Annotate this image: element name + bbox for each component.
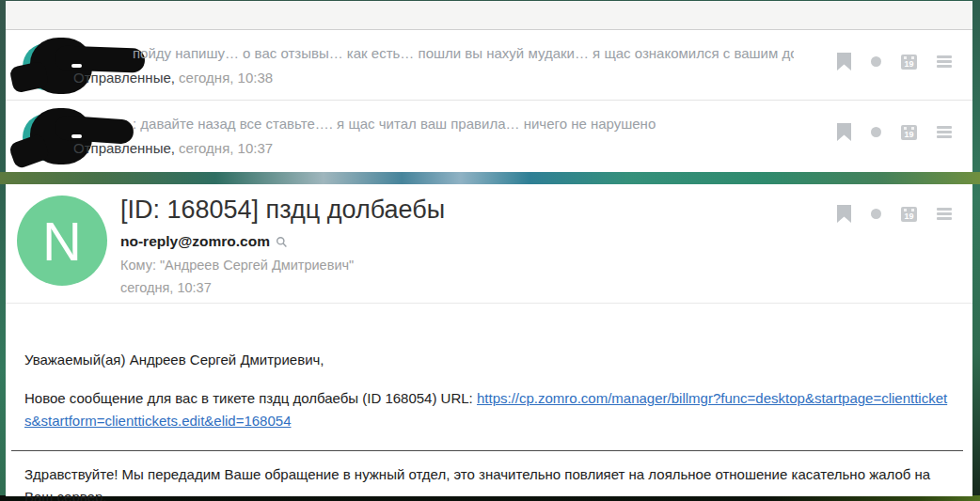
row-action-icons: 19 <box>837 53 952 70</box>
bookmark-icon[interactable] <box>837 205 851 223</box>
sender-email[interactable]: no-reply@zomro.com <box>120 233 270 250</box>
calendar-icon[interactable]: 19 <box>901 55 917 70</box>
read-status-icon[interactable] <box>871 209 881 219</box>
email-list-item[interactable]: : давайте назад все ставьте…. я щас чита… <box>6 101 972 172</box>
sender-row: no-reply@zomro.com <box>120 233 288 250</box>
search-icon[interactable] <box>276 236 288 248</box>
email-meta: Отправленные, сегодня, 10:37 <box>73 140 273 156</box>
menu-icon[interactable] <box>937 126 952 138</box>
email-meta: Отправленные, сегодня, 10:38 <box>73 70 273 86</box>
menu-icon[interactable] <box>937 208 952 220</box>
email-list-item[interactable]: пойду напишу… о вас отзывы… как есть… по… <box>6 30 972 101</box>
calendar-icon[interactable]: 19 <box>901 125 917 140</box>
message-action-icons: 19 <box>837 205 952 223</box>
body-greeting: Уважаемый(ая) Андреев Сергей Дмитриевич, <box>24 349 954 371</box>
recipient-line: Кому: "Андреев Сергей Дмитриевич" <box>120 258 354 273</box>
email-snippet: пойду напишу… о вас отзывы… как есть… по… <box>133 45 794 61</box>
toolbar-band <box>6 1 972 30</box>
calendar-icon[interactable]: 19 <box>901 207 917 222</box>
read-status-icon[interactable] <box>871 127 881 137</box>
bookmark-icon[interactable] <box>837 53 851 70</box>
folder-label: Отправленные, <box>73 70 175 86</box>
opened-email: N [ID: 168054] пздц долбаебы no-reply@zo… <box>6 184 972 496</box>
email-subject: [ID: 168054] пздц долбаебы <box>120 196 445 225</box>
row-action-icons: 19 <box>837 123 952 141</box>
body-notice: Новое сообщение для вас в тикете пздц до… <box>24 387 954 432</box>
redacted-sender-scribble <box>15 110 147 166</box>
body-reply: Здравствуйте! Мы передадим Ваше обращени… <box>24 463 954 501</box>
email-date: сегодня, 10:37 <box>120 280 212 295</box>
email-snippet: : давайте назад все ставьте…. я щас чита… <box>133 116 794 132</box>
redacted-sender-scribble <box>15 39 147 96</box>
sender-avatar: N <box>17 196 107 286</box>
background-photo-strip <box>0 172 980 184</box>
email-thread-list: пойду напишу… о вас отзывы… как есть… по… <box>6 30 972 172</box>
menu-icon[interactable] <box>937 55 952 68</box>
quote-divider <box>11 450 963 451</box>
email-body: Уважаемый(ая) Андреев Сергей Дмитриевич,… <box>6 304 972 501</box>
bookmark-icon[interactable] <box>837 123 851 141</box>
email-date: сегодня, 10:38 <box>175 70 273 86</box>
read-status-icon[interactable] <box>871 56 881 67</box>
folder-label: Отправленные, <box>73 140 175 156</box>
email-date: сегодня, 10:37 <box>175 140 273 156</box>
